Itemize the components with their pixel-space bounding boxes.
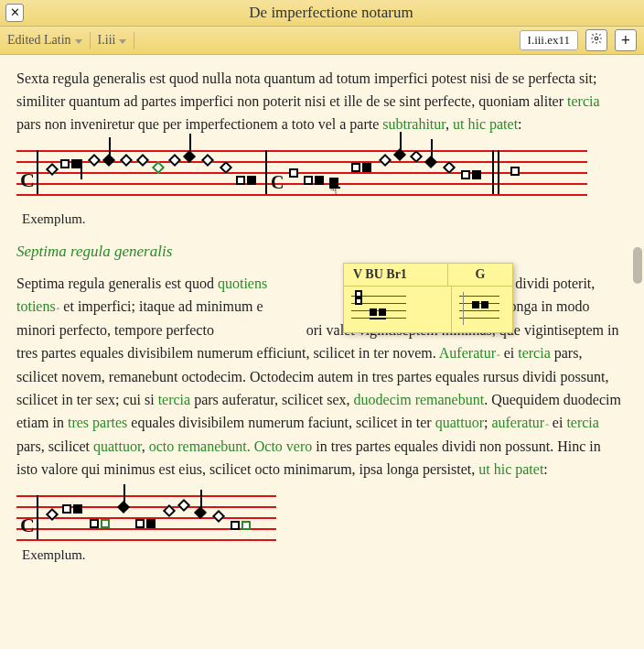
music-example-2[interactable]: C: [16, 488, 624, 543]
chevron-down-icon: [75, 39, 82, 44]
section-dropdown-label: I.iii: [98, 33, 116, 48]
text: pars, scilicet: [16, 438, 93, 454]
close-icon: ✕: [10, 5, 20, 20]
document-body: Sexta regula generalis est quod nulla no…: [0, 55, 644, 649]
exemplum-label-1: Exemplum.: [22, 209, 624, 230]
scrollbar-thumb[interactable]: [633, 247, 642, 284]
plus-icon: +: [621, 32, 630, 49]
music-example-1[interactable]: C C ☟: [16, 143, 624, 207]
text: equales divisibilem numerum faciunt, sci…: [127, 415, 435, 430]
tooltip-variant-1: [344, 287, 452, 332]
section-dropdown[interactable]: I.iii: [98, 33, 127, 48]
example-id-field[interactable]: I.iii.ex11: [520, 30, 578, 50]
gear-icon: [590, 32, 603, 49]
tooltip-col1-label: V BU Br1: [344, 264, 448, 286]
term-tres-partes[interactable]: tres partes: [68, 415, 127, 430]
clef-icon: C: [271, 168, 284, 197]
term-tercia[interactable]: tercia: [566, 415, 599, 430]
term-quattuor[interactable]: quattuor: [93, 438, 142, 454]
add-button[interactable]: +: [615, 29, 637, 51]
text: pars auferatur, scilicet sex,: [190, 392, 353, 407]
text: Septima regula generalis est quod: [16, 276, 218, 291]
term-tercia[interactable]: tercia: [158, 392, 191, 407]
term-quotiens[interactable]: quotiens: [218, 276, 267, 291]
chevron-down-icon: [119, 39, 126, 44]
term-quattuor[interactable]: quattuor: [435, 415, 484, 430]
edition-dropdown[interactable]: Edited Latin: [7, 33, 82, 48]
toolbar-divider: [90, 32, 91, 49]
term-auferatur[interactable]: Auferatur: [439, 345, 500, 361]
toolbar: Edited Latin I.iii I.iii.ex11 +: [0, 27, 644, 55]
clef-icon: C: [20, 510, 35, 541]
tooltip-col2-label: G: [448, 264, 512, 286]
text: :: [518, 116, 521, 132]
scrollbar[interactable]: [633, 110, 642, 647]
close-button[interactable]: ✕: [5, 4, 24, 22]
tooltip-variant-2: [452, 287, 512, 332]
term-subtrahitur[interactable]: subtrahitur: [382, 116, 445, 132]
text: Sexta regula generalis est quod nulla no…: [16, 70, 597, 109]
term-octo-remanebunt[interactable]: octo remanebunt. Octo vero: [149, 438, 313, 454]
variant-tooltip: V BU Br1 G: [343, 263, 513, 333]
title-bar: ✕ De imperfectione notarum: [0, 0, 644, 27]
term-ut-hic-patet[interactable]: ut hic patet: [453, 116, 518, 132]
text: ,: [142, 438, 149, 454]
text: ,: [445, 116, 453, 132]
toolbar-divider: [134, 32, 134, 49]
term-auferatur[interactable]: auferatur: [491, 415, 548, 430]
term-tercia[interactable]: tercia: [567, 93, 600, 109]
term-tercia[interactable]: tercia: [518, 345, 551, 361]
clef-icon: C: [20, 165, 35, 196]
text: :: [543, 461, 547, 477]
text: ei: [549, 415, 567, 430]
svg-point-0: [595, 37, 598, 40]
text: et imperfici; itaque ad minimum e: [59, 298, 263, 314]
term-duodecim-remanebunt[interactable]: duodecim remanebunt: [354, 392, 485, 407]
section-heading-septima: Septima regula generalis: [16, 240, 624, 264]
text: pars non inveniretur que per imperfectio…: [16, 116, 382, 132]
text: ei: [500, 345, 519, 361]
edition-dropdown-label: Edited Latin: [7, 33, 71, 48]
term-ut-hic-patet[interactable]: ut hic patet: [478, 461, 543, 477]
exemplum-label-2: Exemplum.: [22, 545, 624, 566]
window-title: De imperfectione notarum: [24, 4, 639, 22]
paragraph-sexta: Sexta regula generalis est quod nulla no…: [16, 68, 624, 135]
paragraph-septima: Septima regula generalis est quod quotie…: [16, 273, 624, 481]
settings-button[interactable]: [585, 29, 607, 51]
term-totiens[interactable]: totiens: [16, 298, 59, 314]
